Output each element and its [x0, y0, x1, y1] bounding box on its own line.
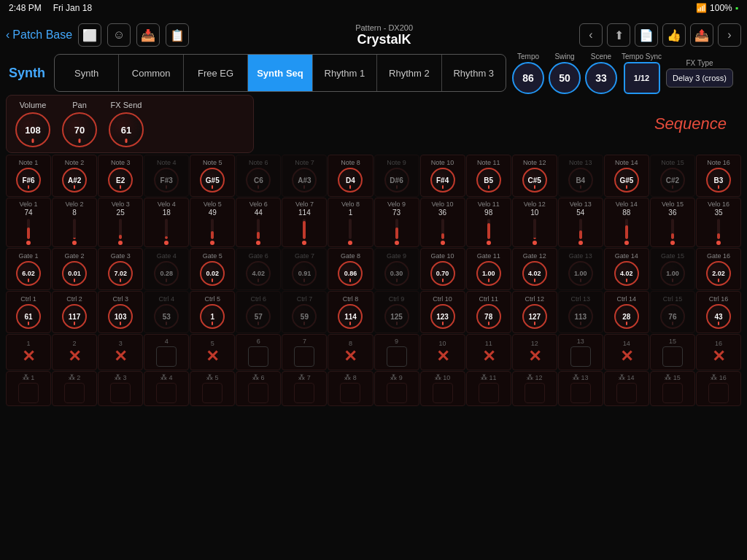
bot-cell-5[interactable]: ⁂ 5	[190, 371, 235, 406]
note-cell-15[interactable]: Note 15 C#2	[650, 155, 695, 197]
ctrl-cell-7[interactable]: Ctrl 7 59	[282, 291, 327, 333]
fx-type-val[interactable]: Delay 3 (cross)	[666, 69, 733, 88]
x-cell-3[interactable]: 3✕	[98, 334, 143, 370]
bot-cell-3[interactable]: ⁂ 3	[98, 371, 143, 406]
ctrl-cell-11[interactable]: Ctrl 11 78	[466, 291, 511, 333]
ctrl-cell-2[interactable]: Ctrl 2 117	[52, 291, 97, 333]
velo-cell-5[interactable]: Velo 5 49	[190, 198, 235, 247]
velo-cell-16[interactable]: Velo 16 35	[696, 198, 741, 247]
volume-knob[interactable]: 108	[15, 112, 50, 147]
velo-cell-14[interactable]: Velo 14 88	[604, 198, 649, 247]
ctrl-cell-16[interactable]: Ctrl 16 43	[696, 291, 741, 333]
back-button[interactable]: ‹ Patch Base	[6, 28, 72, 42]
tab-rhythm-2[interactable]: Rhythm 2	[377, 55, 441, 91]
pan-knob[interactable]: 70	[62, 112, 97, 147]
gate-cell-16[interactable]: Gate 16 2.02	[696, 248, 741, 290]
velo-cell-3[interactable]: Velo 3 25	[98, 198, 143, 247]
x-cell-7[interactable]: 7	[282, 334, 327, 370]
gate-cell-4[interactable]: Gate 4 0.28	[144, 248, 189, 290]
x-cell-2[interactable]: 2✕	[52, 334, 97, 370]
ctrl-cell-1[interactable]: Ctrl 1 61	[6, 291, 51, 333]
note-cell-8[interactable]: Note 8 D4	[328, 155, 373, 197]
ctrl-cell-8[interactable]: Ctrl 8 114	[328, 291, 373, 333]
bot-cell-4[interactable]: ⁂ 4	[144, 371, 189, 406]
note-cell-11[interactable]: Note 11 B5	[466, 155, 511, 197]
ctrl-cell-9[interactable]: Ctrl 9 125	[374, 291, 419, 333]
note-cell-2[interactable]: Note 2 A#2	[52, 155, 97, 197]
swing-dial[interactable]: 50	[549, 62, 581, 94]
ctrl-cell-3[interactable]: Ctrl 3 103	[98, 291, 143, 333]
share-icon-btn[interactable]: ⬆	[607, 23, 630, 47]
x-cell-12[interactable]: 12✕	[512, 334, 557, 370]
velo-cell-10[interactable]: Velo 10 36	[420, 198, 465, 247]
gate-cell-11[interactable]: Gate 11 1.00	[466, 248, 511, 290]
velo-cell-6[interactable]: Velo 6 44	[236, 198, 281, 247]
note-cell-14[interactable]: Note 14 G#5	[604, 155, 649, 197]
ctrl-cell-15[interactable]: Ctrl 15 76	[650, 291, 695, 333]
note-cell-4[interactable]: Note 4 F#3	[144, 155, 189, 197]
gate-cell-15[interactable]: Gate 15 1.00	[650, 248, 695, 290]
velo-cell-15[interactable]: Velo 15 36	[650, 198, 695, 247]
bot-cell-16[interactable]: ⁂ 16	[696, 371, 741, 406]
velo-cell-7[interactable]: Velo 7 114	[282, 198, 327, 247]
gate-cell-10[interactable]: Gate 10 0.70	[420, 248, 465, 290]
gate-cell-12[interactable]: Gate 12 4.02	[512, 248, 557, 290]
bot-cell-1[interactable]: ⁂ 1	[6, 371, 51, 406]
x-cell-14[interactable]: 14✕	[604, 334, 649, 370]
gate-cell-3[interactable]: Gate 3 7.02	[98, 248, 143, 290]
ctrl-cell-6[interactable]: Ctrl 6 57	[236, 291, 281, 333]
ctrl-cell-12[interactable]: Ctrl 12 127	[512, 291, 557, 333]
nav-right-btn[interactable]: ›	[718, 23, 741, 47]
x-cell-16[interactable]: 16✕	[696, 334, 741, 370]
inbox-icon-btn[interactable]: 📥	[136, 23, 160, 47]
bot-cell-13[interactable]: ⁂ 13	[558, 371, 603, 406]
velo-cell-9[interactable]: Velo 9 73	[374, 198, 419, 247]
ctrl-cell-10[interactable]: Ctrl 10 123	[420, 291, 465, 333]
velo-cell-2[interactable]: Velo 2 8	[52, 198, 97, 247]
velo-cell-1[interactable]: Velo 1 74	[6, 198, 51, 247]
ctrl-cell-4[interactable]: Ctrl 4 53	[144, 291, 189, 333]
face-icon-btn[interactable]: ☺	[107, 23, 131, 47]
velo-cell-12[interactable]: Velo 12 10	[512, 198, 557, 247]
gate-cell-6[interactable]: Gate 6 4.02	[236, 248, 281, 290]
x-cell-5[interactable]: 5✕	[190, 334, 235, 370]
copy-icon-btn[interactable]: 📋	[166, 23, 189, 47]
note-cell-3[interactable]: Note 3 E2	[98, 155, 143, 197]
velo-cell-11[interactable]: Velo 11 98	[466, 198, 511, 247]
ctrl-cell-5[interactable]: Ctrl 5 1	[190, 291, 235, 333]
note-cell-7[interactable]: Note 7 A#3	[282, 155, 327, 197]
bot-cell-8[interactable]: ⁂ 8	[328, 371, 373, 406]
bot-cell-15[interactable]: ⁂ 15	[650, 371, 695, 406]
tab-free-eg[interactable]: Free EG	[184, 55, 248, 91]
note-cell-5[interactable]: Note 5 G#5	[190, 155, 235, 197]
compare-icon-btn[interactable]: 👍	[662, 23, 686, 47]
x-cell-15[interactable]: 15	[650, 334, 695, 370]
velo-cell-8[interactable]: Velo 8 1	[328, 198, 373, 247]
save-icon-btn[interactable]: 📄	[635, 23, 658, 47]
x-cell-8[interactable]: 8✕	[328, 334, 373, 370]
bot-cell-2[interactable]: ⁂ 2	[52, 371, 97, 406]
gate-cell-8[interactable]: Gate 8 0.86	[328, 248, 373, 290]
gate-cell-5[interactable]: Gate 5 0.02	[190, 248, 235, 290]
velo-cell-4[interactable]: Velo 4 18	[144, 198, 189, 247]
scene-dial[interactable]: 33	[585, 62, 617, 94]
ctrl-cell-14[interactable]: Ctrl 14 28	[604, 291, 649, 333]
x-cell-11[interactable]: 11✕	[466, 334, 511, 370]
bot-cell-14[interactable]: ⁂ 14	[604, 371, 649, 406]
note-cell-13[interactable]: Note 13 B4	[558, 155, 603, 197]
note-cell-16[interactable]: Note 16 B3	[696, 155, 741, 197]
note-cell-10[interactable]: Note 10 F#4	[420, 155, 465, 197]
note-cell-6[interactable]: Note 6 C6	[236, 155, 281, 197]
gate-cell-9[interactable]: Gate 9 0.30	[374, 248, 419, 290]
x-cell-1[interactable]: 1✕	[6, 334, 51, 370]
x-cell-4[interactable]: 4	[144, 334, 189, 370]
x-cell-13[interactable]: 13	[558, 334, 603, 370]
bot-cell-7[interactable]: ⁂ 7	[282, 371, 327, 406]
bot-cell-11[interactable]: ⁂ 11	[466, 371, 511, 406]
send-icon-btn[interactable]: 📤	[690, 23, 713, 47]
gate-cell-2[interactable]: Gate 2 0.01	[52, 248, 97, 290]
x-cell-9[interactable]: 9	[374, 334, 419, 370]
ctrl-cell-13[interactable]: Ctrl 13 113	[558, 291, 603, 333]
velo-cell-13[interactable]: Velo 13 54	[558, 198, 603, 247]
gate-cell-14[interactable]: Gate 14 4.02	[604, 248, 649, 290]
